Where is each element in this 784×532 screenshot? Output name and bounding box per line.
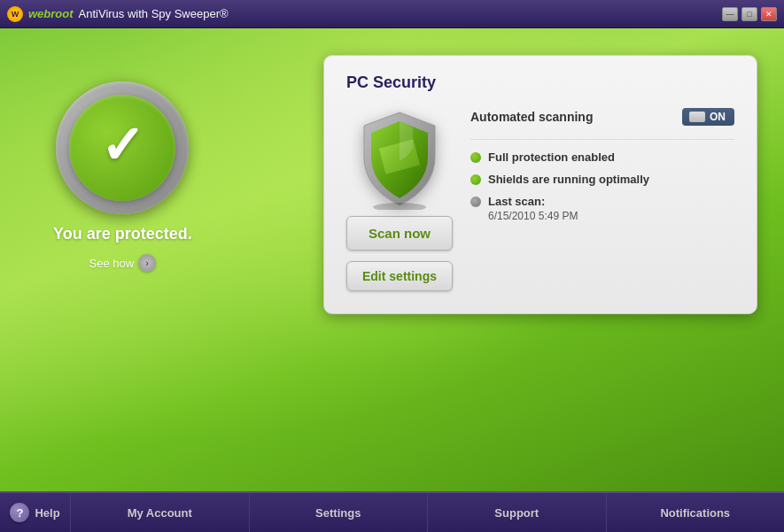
svg-point-0 [373,203,426,210]
nav-help-label: Help [35,506,59,520]
shield-icon [355,108,444,205]
minimize-button[interactable]: — [722,7,738,21]
toggle-slider [689,112,705,122]
status-dot-green-1 [470,152,481,163]
toggle-row: Automated scanning ON [470,108,734,140]
status-list: Full protection enabled Shields are runn… [470,150,734,222]
bottom-nav: ? Help My Account Settings Support Notif… [0,491,784,532]
last-scan-date: 6/15/2010 5:49 PM [488,210,578,222]
nav-notifications-label: Notifications [660,506,730,520]
status-item-protection: Full protection enabled [470,150,734,164]
panel-body: Scan now Edit settings Automated scannin… [346,108,734,291]
nav-item-help[interactable]: ? Help [0,493,71,532]
nav-item-notifications[interactable]: Notifications [607,493,785,532]
protection-status-container: ✓ You are protected. See how › [53,81,192,272]
scan-now-button[interactable]: Scan now [346,216,453,251]
panel-right: Automated scanning ON Full protection en… [470,108,734,291]
nav-support-label: Support [494,506,539,520]
maximize-button[interactable]: □ [741,7,757,21]
title-bar-controls: — □ ✕ [722,7,777,21]
app-title: AntiVirus with Spy Sweeper® [79,7,229,20]
automated-scanning-label: Automated scanning [470,110,593,124]
nav-settings-label: Settings [315,506,361,520]
nav-item-support[interactable]: Support [428,493,607,532]
security-panel: PC Security [323,55,757,314]
help-icon-circle: ? [10,503,29,522]
webroot-logo: W [7,6,23,22]
checkmark-inner: ✓ [69,95,175,201]
panel-title: PC Security [346,73,734,92]
see-how-text: See how [89,257,135,270]
title-bar-left: W webroot AntiVirus with Spy Sweeper® [7,6,229,22]
edit-settings-button[interactable]: Edit settings [346,261,453,291]
status-item-shields: Shields are running optimally [470,173,734,186]
checkmark-circle: ✓ [56,81,189,214]
title-bar: W webroot AntiVirus with Spy Sweeper® — … [0,0,784,28]
see-how-container: See how › [89,254,157,272]
status-dot-gray [470,197,481,207]
main-area: ✓ You are protected. See how › PC Securi… [0,28,784,491]
toggle-on-button[interactable]: ON [682,108,734,126]
app-name: webroot [28,7,74,20]
nav-item-my-account[interactable]: My Account [71,493,250,532]
panel-left: Scan now Edit settings [346,108,453,291]
see-how-button[interactable]: › [138,254,156,272]
checkmark-icon: ✓ [100,120,144,173]
toggle-state: ON [710,111,726,123]
status-item-last-scan: Last scan: 6/15/2010 5:49 PM [470,195,734,222]
status-text-1: Full protection enabled [488,150,615,164]
status-text-2: Shields are running optimally [488,173,649,186]
nav-item-settings[interactable]: Settings [250,493,429,532]
last-scan-label: Last scan: [488,195,578,208]
protection-text: You are protected. [53,225,192,243]
nav-my-account-label: My Account [128,506,192,520]
close-button[interactable]: ✕ [761,7,777,21]
status-dot-green-2 [470,174,481,185]
